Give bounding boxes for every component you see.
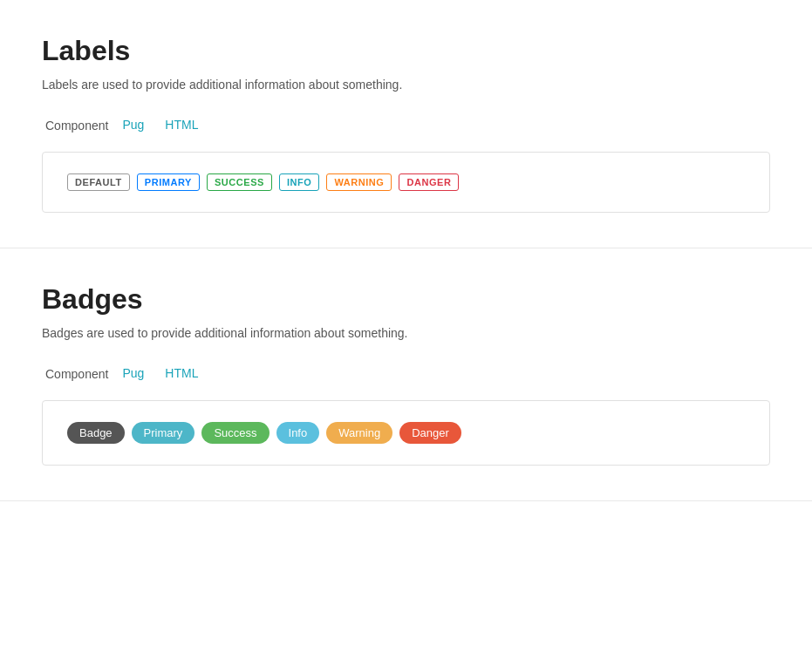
badges-section: Badges Badges are used to provide additi…: [0, 248, 812, 501]
labels-tab-static-label: Component: [42, 113, 112, 138]
badges-preview: Badge Primary Success Info Warning Dange…: [42, 400, 770, 466]
label-primary: PRIMARY: [137, 173, 200, 191]
badge-success: Success: [201, 422, 269, 444]
labels-row: DEFAULT PRIMARY SUCCESS INFO WARNING DAN…: [67, 173, 745, 191]
badges-tab-html[interactable]: HTML: [154, 361, 208, 387]
badge-danger: Danger: [399, 422, 461, 444]
labels-section: Labels Labels are used to provide additi…: [0, 0, 812, 248]
label-warning: WARNING: [326, 173, 392, 191]
label-success: SUCCESS: [207, 173, 272, 191]
labels-tab-bar: Component Pug HTML: [42, 112, 770, 138]
labels-description: Labels are used to provide additional in…: [42, 78, 770, 92]
badge-primary: Primary: [132, 422, 195, 444]
badge-default: Badge: [67, 422, 125, 444]
badges-description: Badges are used to provide additional in…: [42, 326, 770, 340]
label-default: DEFAULT: [67, 173, 130, 191]
badge-info: Info: [276, 422, 320, 444]
label-info: INFO: [279, 173, 319, 191]
badges-tab-bar: Component Pug HTML: [42, 361, 770, 386]
badge-warning: Warning: [326, 422, 392, 444]
badges-row: Badge Primary Success Info Warning Dange…: [67, 422, 745, 444]
labels-tab-pug[interactable]: Pug: [112, 112, 154, 139]
labels-title: Labels: [42, 35, 770, 67]
labels-tab-html[interactable]: HTML: [154, 112, 208, 139]
label-danger: DANGER: [399, 173, 459, 191]
badges-tab-pug[interactable]: Pug: [112, 361, 154, 387]
labels-preview: DEFAULT PRIMARY SUCCESS INFO WARNING DAN…: [42, 152, 770, 213]
badges-tab-static-label: Component: [42, 362, 112, 386]
badges-title: Badges: [42, 283, 770, 316]
